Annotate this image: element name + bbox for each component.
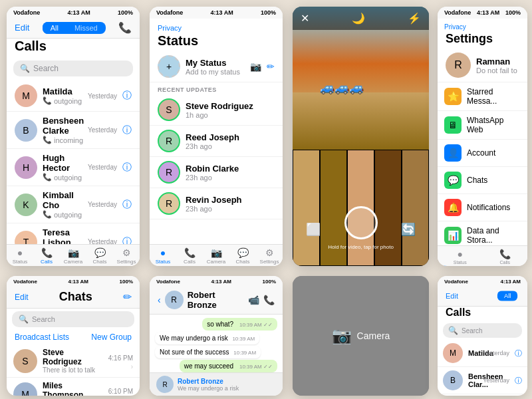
call-item[interactable]: K Kimball Cho 📞 outgoing Yesterday ⓘ bbox=[7, 186, 140, 223]
flip-camera-icon[interactable]: 🔄 bbox=[401, 222, 416, 237]
chats-tab-icon: 💬 bbox=[94, 247, 106, 258]
tab-calls[interactable]: 📞 Calls bbox=[176, 247, 203, 265]
chats-edit-button[interactable]: Edit bbox=[15, 293, 29, 302]
info-icon[interactable]: ⓘ bbox=[122, 162, 132, 174]
call-item[interactable]: H Hugh Hector 📞 outgoing Yesterday ⓘ bbox=[7, 149, 140, 186]
close-icon[interactable]: ✕ bbox=[301, 12, 309, 25]
camera-tab-icon: 📷 bbox=[68, 247, 79, 258]
recent-updates-label: RECENT UPDATES bbox=[150, 82, 283, 94]
calls2-search[interactable]: 🔍 Search bbox=[443, 323, 522, 338]
calls-list: M Matilda 📞 outgoing Yesterday ⓘ B Bensh… bbox=[7, 80, 140, 266]
privacy-settings-label: Privacy bbox=[438, 19, 527, 32]
compose-icon[interactable]: ✏ bbox=[123, 291, 132, 303]
call-type: 📞 outgoing bbox=[43, 96, 82, 105]
info-icon[interactable]: ⓘ bbox=[515, 348, 522, 358]
time: 4:13 AM bbox=[501, 279, 521, 285]
camera-top-bar: ✕ 🌙 ⚡ bbox=[293, 7, 429, 30]
tab-status[interactable]: ● Status bbox=[7, 247, 33, 265]
tab-settings[interactable]: ⚙ Settings bbox=[113, 247, 140, 265]
chat-conv-panel: Vodafone 4:13 AM 100% ‹ R Robert Bronze … bbox=[150, 276, 283, 396]
status-item[interactable]: R Robin Clarke 23h ago bbox=[150, 157, 283, 188]
status-bar-chats: Vodafone 4:13 AM 100% bbox=[7, 276, 140, 287]
settings-account[interactable]: 👤 Account bbox=[438, 140, 527, 167]
avatar: B bbox=[443, 370, 463, 390]
new-group-button[interactable]: New Group bbox=[91, 332, 132, 342]
avatar: M bbox=[13, 382, 37, 396]
status-item[interactable]: R Revin Joseph 23h ago bbox=[150, 188, 283, 219]
tab-label: Camera bbox=[207, 259, 225, 265]
info-icon[interactable]: ⓘ bbox=[122, 90, 132, 102]
tab-status[interactable]: ● Status bbox=[150, 247, 176, 265]
tab-chats[interactable]: 💬 Chats bbox=[229, 247, 256, 265]
tab-label: Calls bbox=[499, 260, 510, 265]
message-row: Not sure of the success 10:39 AM bbox=[155, 346, 277, 358]
tab-chats[interactable]: 💬 Chats bbox=[86, 247, 113, 265]
shutter-button[interactable] bbox=[344, 206, 378, 239]
calls-search[interactable]: 🔍 Search bbox=[13, 61, 133, 76]
back-button[interactable]: ‹ bbox=[158, 295, 161, 305]
moon-icon[interactable]: 🌙 bbox=[352, 12, 365, 25]
calls2-edit[interactable]: Edit bbox=[446, 292, 458, 300]
chat-item[interactable]: M Miles Thompson ✓ I got you bro 😎 6:10 … bbox=[7, 378, 140, 396]
status-time: 23h ago bbox=[186, 174, 275, 182]
chats-search[interactable]: 🔍 Search bbox=[12, 311, 134, 327]
info-icon[interactable]: ⓘ bbox=[122, 199, 132, 211]
toggle-all-2[interactable]: All bbox=[497, 291, 517, 301]
chat-name: Steve Rodriguez bbox=[43, 348, 103, 366]
battery: 100% bbox=[261, 9, 276, 16]
status-panel: Vodafone 4:13 AM 100% Privacy Status + M… bbox=[150, 7, 283, 266]
settings-web[interactable]: 🖥 WhatsApp Web bbox=[438, 111, 527, 140]
calls-tab-bar: ● Status 📞 Calls 📷 Camera 💬 Chats ⚙ Sett… bbox=[7, 244, 140, 266]
call-item[interactable]: B Bensheen Clarke 📞 incoming Yesterday ⓘ bbox=[7, 112, 140, 149]
settings-tab-icon: ⚙ bbox=[265, 247, 274, 258]
status-item[interactable]: S Steve Rodriguez 1h ago bbox=[150, 94, 283, 126]
tab-calls[interactable]: 📞 Calls bbox=[33, 247, 60, 265]
status-tab-icon: ● bbox=[17, 247, 23, 258]
call-item[interactable]: M Matilda 📞 outgoing Yesterday ⓘ bbox=[7, 80, 140, 112]
settings-starred[interactable]: ⭐ Starred Messa... bbox=[438, 82, 527, 111]
message-time: 10:39 AM bbox=[232, 336, 255, 342]
avatar: R bbox=[158, 192, 180, 215]
search-placeholder: Search bbox=[33, 64, 59, 73]
settings-chats[interactable]: 💬 Chats bbox=[438, 167, 527, 194]
status-bar-settings: Vodafone 4:13 AM 100% bbox=[438, 7, 527, 19]
edit-button[interactable]: Edit bbox=[15, 23, 29, 33]
search-placeholder: Search bbox=[462, 327, 483, 334]
chat-item[interactable]: S Steve Rodriguez There is lot to talk 4… bbox=[7, 344, 140, 378]
edit-status-icon[interactable]: ✏ bbox=[267, 61, 275, 72]
gallery-icon[interactable]: ⬜ bbox=[306, 222, 321, 237]
tab-status[interactable]: ● Status bbox=[438, 249, 483, 265]
calls2-toggle: All bbox=[497, 291, 517, 301]
data-label: Data and Stora... bbox=[467, 226, 521, 245]
status-name: Revin Joseph bbox=[186, 195, 275, 205]
settings-notifications[interactable]: 🔔 Notifications bbox=[438, 194, 527, 221]
call2-item[interactable]: M Matilda Yesterday ⓘ bbox=[438, 340, 527, 367]
info-icon[interactable]: ⓘ bbox=[122, 124, 132, 136]
message-time: 10:39 AM bbox=[233, 350, 256, 356]
notifications-icon: 🔔 bbox=[444, 199, 462, 216]
status-item[interactable]: R Reed Joseph 23h ago bbox=[150, 126, 283, 157]
toggle-missed[interactable]: Missed bbox=[66, 22, 106, 34]
voice-call-icon[interactable]: 📞 bbox=[263, 295, 275, 305]
video-call-icon[interactable]: 📹 bbox=[248, 295, 259, 305]
call2-name: Bensheen Clar... bbox=[468, 372, 477, 388]
tab-label: Chats bbox=[93, 259, 107, 265]
tab-calls[interactable]: 📞 Calls bbox=[483, 249, 528, 265]
call2-item[interactable]: B Bensheen Clar... Yesterday ⓘ bbox=[438, 367, 527, 394]
camera-icon[interactable]: 📷 bbox=[250, 61, 261, 72]
tab-camera[interactable]: 📷 Camera bbox=[60, 247, 86, 265]
call-name: Matilda bbox=[43, 86, 82, 96]
tab-label: Status bbox=[454, 260, 467, 265]
info-icon[interactable]: ⓘ bbox=[515, 376, 522, 386]
tab-settings[interactable]: ⚙ Settings bbox=[256, 247, 283, 265]
chats-panel: Vodafone 4:13 AM 100% Edit Chats ✏ 🔍 Sea… bbox=[7, 276, 140, 396]
chat-bubble-received: Not sure of the success 10:39 AM bbox=[155, 346, 261, 358]
flash-icon[interactable]: ⚡ bbox=[408, 12, 421, 25]
tab-camera[interactable]: 📷 Camera bbox=[203, 247, 229, 265]
toggle-all[interactable]: All bbox=[43, 22, 66, 34]
my-status-item[interactable]: + My Status Add to my status 📷 ✏ bbox=[150, 51, 283, 82]
broadcast-lists[interactable]: Broadcast Lists bbox=[15, 332, 69, 342]
tab-label: Calls bbox=[184, 259, 196, 265]
calls-phone-icon[interactable]: 📞 bbox=[118, 21, 132, 34]
settings-profile[interactable]: R Ramnan Do not fail to bbox=[438, 49, 527, 82]
